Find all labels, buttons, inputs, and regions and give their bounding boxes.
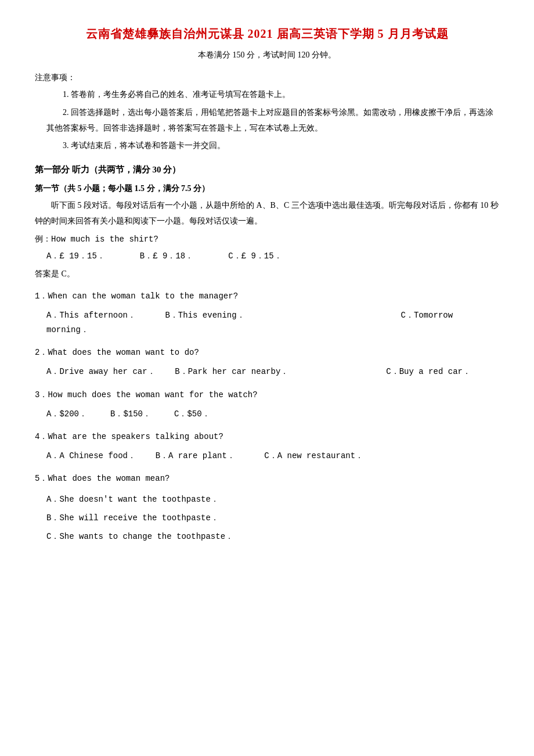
q3-option-b: B．$150． — [110, 407, 151, 422]
q1-option-a: A．This afternoon． — [46, 311, 136, 320]
notice-header: 注意事项： — [35, 70, 499, 85]
q5-option-b: B．She will receive the toothpaste． — [46, 510, 499, 526]
question-1: 1．When can the woman talk to the manager… — [35, 289, 499, 338]
example-option-a: A．£ 19．15． — [46, 249, 105, 264]
q2-option-b: B．Park her car nearby． — [175, 367, 288, 376]
question-5-options: A．She doesn't want the toothpaste． B．She… — [46, 491, 499, 545]
question-3-text: 3．How much does the woman want for the w… — [35, 388, 499, 402]
question-1-options: A．This afternoon． B．This evening． C．Tomo… — [46, 308, 499, 337]
part1-title: 第一部分 听力（共两节，满分 30 分） — [35, 162, 499, 178]
question-5: 5．What does the woman mean? A．She doesn'… — [35, 471, 499, 544]
example-option-b: B．£ 9．18． — [140, 249, 193, 264]
q5-option-a: A．She doesn't want the toothpaste． — [46, 491, 499, 507]
question-2: 2．What does the woman want to do? A．Driv… — [35, 345, 499, 379]
example-answer: 答案是 C。 — [35, 267, 499, 281]
question-2-options: A．Drive away her car． B．Park her car nea… — [46, 365, 499, 379]
question-3: 3．How much does the woman want for the w… — [35, 388, 499, 422]
question-5-text: 5．What does the woman mean? — [35, 471, 499, 486]
example-label: 例：How much is the shirt? — [35, 232, 499, 247]
q5-option-c: C．She wants to change the toothpaste． — [46, 528, 499, 545]
question-3-options: A．$200． B．$150． C．$50． — [46, 407, 499, 422]
example-option-c: C．£ 9．15． — [228, 249, 282, 264]
q4-option-a: A．A Chinese food． — [46, 451, 136, 460]
notice-item-2: 2. 回答选择题时，选出每小题答案后，用铅笔把答题卡上对应题目的答案标号涂黑。如… — [46, 105, 499, 136]
q3-option-c: C．$50． — [174, 407, 210, 422]
q4-option-b: B．A rare plant． — [156, 451, 235, 460]
page-title: 云南省楚雄彝族自治州元谋县 2021 届高三英语下学期 5 月月考试题 — [35, 23, 499, 44]
question-1-text: 1．When can the woman talk to the manager… — [35, 289, 499, 304]
section1-instruction: 听下面 5 段对话。每段对话后有一个小题，从题中所给的 A、B、C 三个选项中选… — [35, 198, 499, 229]
notice-item-3: 3. 考试结束后，将本试卷和答题卡一并交回。 — [46, 138, 499, 154]
notice-list: 1. 答卷前，考生务必将自己的姓名、准考证号填写在答题卡上。 2. 回答选择题时… — [46, 87, 499, 153]
section1-title: 第一节（共 5 小题；每小题 1.5 分，满分 7.5 分） — [35, 181, 499, 196]
example-block: 例：How much is the shirt? A．£ 19．15． B．£ … — [35, 232, 499, 281]
subtitle: 本卷满分 150 分，考试时间 120 分钟。 — [35, 48, 499, 62]
q2-option-a: A．Drive away her car． — [46, 367, 156, 376]
q3-option-a: A．$200． — [46, 407, 87, 422]
question-2-text: 2．What does the woman want to do? — [35, 345, 499, 360]
notice-item-1: 1. 答卷前，考生务必将自己的姓名、准考证号填写在答题卡上。 — [46, 87, 499, 103]
question-4: 4．What are the speakers talking about? A… — [35, 430, 499, 463]
q2-option-c: C．Buy a red car． — [386, 367, 471, 376]
question-4-options: A．A Chinese food． B．A rare plant． C．A ne… — [46, 449, 499, 463]
question-4-text: 4．What are the speakers talking about? — [35, 430, 499, 444]
q1-option-b: B．This evening． — [165, 311, 244, 320]
q4-option-c: C．A new restaurant． — [264, 451, 363, 460]
example-options: A．£ 19．15． B．£ 9．18． C．£ 9．15． — [46, 249, 499, 264]
